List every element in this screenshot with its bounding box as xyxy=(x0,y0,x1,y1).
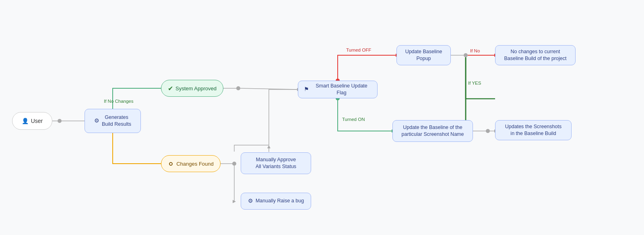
svg-line-8 xyxy=(240,88,298,89)
build-icon: ⚙ xyxy=(94,117,99,125)
manually-bug-node: ⚙ Manually Raise a bug xyxy=(241,193,311,210)
flag-icon: ⚑ xyxy=(304,85,309,94)
no-changes-node: No changes to current Baseline Build of … xyxy=(495,45,576,65)
update-particular-node: Update the Baseline of the particular Sc… xyxy=(392,120,473,142)
svg-text:Turned ON: Turned ON xyxy=(342,117,365,122)
user-node: 👤 User xyxy=(12,112,52,130)
user-icon: 👤 xyxy=(22,118,29,124)
svg-point-22 xyxy=(464,53,468,57)
svg-point-7 xyxy=(236,86,240,90)
updates-screenshots-node: Updates the Screenshots in the Baseline … xyxy=(495,120,572,140)
smart-baseline-node: ⚑ Smart Baseline Update Flag xyxy=(298,81,378,98)
system-approved-node: ✔︎ System Approved xyxy=(161,80,223,97)
svg-text:If YES: If YES xyxy=(468,81,481,85)
svg-point-30 xyxy=(486,129,490,133)
check-circle-icon: ✔︎ xyxy=(168,85,173,92)
svg-text:Turned OFF: Turned OFF xyxy=(346,48,371,52)
svg-text:If No Changes: If No Changes xyxy=(104,99,134,104)
changes-found-node: ⭘ Changes Found xyxy=(161,155,221,172)
changes-icon: ⭘ xyxy=(168,160,174,167)
generates-node: ⚙ Generates Build Results xyxy=(85,109,141,133)
svg-marker-17 xyxy=(267,145,270,148)
manually-approve-node: Manually Approve All Variants Status xyxy=(241,152,311,174)
svg-marker-15 xyxy=(233,200,236,203)
svg-point-0 xyxy=(58,119,62,123)
svg-point-12 xyxy=(232,162,236,166)
svg-text:If No: If No xyxy=(470,48,480,53)
bug-icon: ⚙ xyxy=(248,197,253,205)
flow-diagram: If No Changes Turned OFF xyxy=(0,0,644,235)
update-baseline-popup-node: Update Baseline Popup xyxy=(396,45,451,65)
